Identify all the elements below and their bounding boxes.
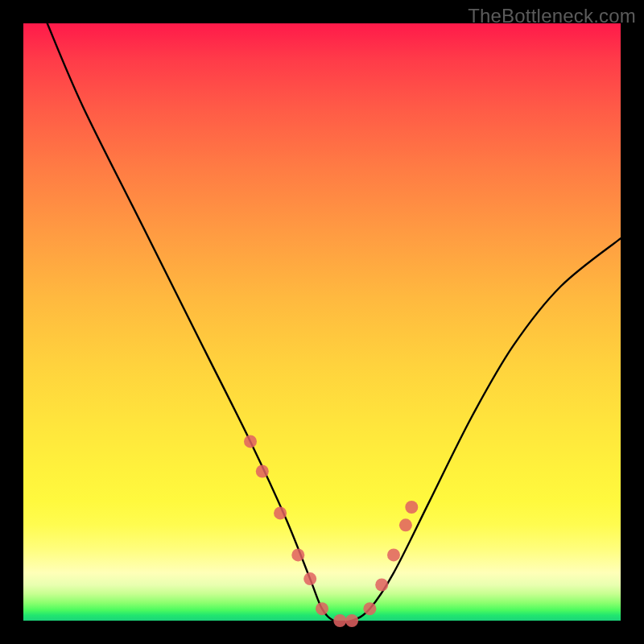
- marker-dot: [405, 501, 418, 514]
- marker-dot: [316, 602, 328, 615]
- bottleneck-curve: [47, 23, 621, 622]
- marker-dot: [387, 548, 400, 561]
- chart-frame: TheBottleneck.com: [0, 0, 644, 644]
- marker-dot: [274, 506, 287, 519]
- marker-dot: [333, 614, 346, 627]
- plot-area: [23, 23, 621, 621]
- watermark-text: TheBottleneck.com: [468, 5, 636, 27]
- marker-dot: [303, 572, 316, 585]
- marker-dot: [363, 602, 376, 615]
- chart-svg: [23, 23, 621, 621]
- marker-dot: [345, 614, 358, 627]
- marker-dot: [256, 465, 269, 478]
- highlight-markers: [244, 435, 418, 627]
- marker-dot: [291, 548, 304, 561]
- marker-dot: [375, 579, 388, 592]
- marker-dot: [399, 518, 412, 531]
- marker-dot: [244, 435, 257, 448]
